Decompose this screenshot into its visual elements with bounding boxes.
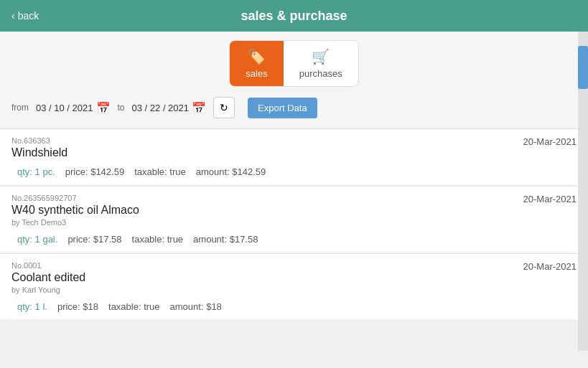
item-amount: amount: $17.58 bbox=[193, 234, 258, 245]
item-price: price: $17.58 bbox=[67, 234, 121, 245]
item-taxable: taxable: true bbox=[132, 234, 184, 245]
item-name: W40 synthetic oil Almaco bbox=[11, 204, 139, 217]
tab-bar: 🏷️ sales 🛒 purchases bbox=[0, 32, 588, 87]
to-calendar-icon[interactable]: 📅 bbox=[192, 101, 206, 115]
item-number: No.0001 bbox=[11, 261, 85, 270]
back-arrow-icon: ‹ bbox=[11, 10, 15, 22]
from-label: from bbox=[11, 103, 29, 113]
item-number: No.636363 bbox=[11, 136, 67, 145]
from-date-wrap: 03 / 10 / 2021 📅 bbox=[36, 101, 111, 115]
item-by: by Tech Demo3 bbox=[11, 218, 139, 227]
scrollbar-thumb[interactable] bbox=[578, 46, 588, 89]
to-date-wrap: 03 / 22 / 2021 📅 bbox=[132, 101, 207, 115]
item-qty: qty: 1 l. bbox=[17, 301, 47, 312]
item-left: No.0001 Coolant edited by Karl Young bbox=[11, 261, 85, 294]
list-item: No.636363 Windshield 20-Mar-2021 qty: 1 … bbox=[0, 128, 588, 184]
item-qty: qty: 1 gal. bbox=[17, 234, 57, 245]
tab-purchases[interactable]: 🛒 purchases bbox=[284, 41, 358, 86]
page-title: sales & purchase bbox=[241, 9, 347, 24]
tab-container: 🏷️ sales 🛒 purchases bbox=[229, 40, 358, 87]
back-button[interactable]: ‹ back bbox=[11, 10, 39, 22]
item-amount: amount: $18 bbox=[170, 301, 222, 312]
to-label: to bbox=[118, 103, 125, 113]
refresh-icon: ↻ bbox=[220, 102, 228, 113]
sales-icon: 🏷️ bbox=[248, 48, 266, 65]
list-item: No.263565992707 W40 synthetic oil Almaco… bbox=[0, 186, 588, 252]
item-left: No.636363 Windshield bbox=[11, 136, 67, 159]
item-by: by Karl Young bbox=[11, 286, 85, 294]
tab-sales-label: sales bbox=[246, 68, 267, 79]
filter-row: from 03 / 10 / 2021 📅 to 03 / 22 / 2021 … bbox=[0, 87, 588, 128]
item-taxable: taxable: true bbox=[134, 166, 186, 177]
item-price: price: $18 bbox=[57, 301, 98, 312]
to-date-value: 03 / 22 / 2021 bbox=[132, 103, 190, 113]
item-amount: amount: $142.59 bbox=[196, 166, 266, 177]
scrollbar[interactable] bbox=[578, 32, 588, 351]
item-date: 20-Mar-2021 bbox=[523, 194, 577, 204]
item-header-row: No.263565992707 W40 synthetic oil Almaco… bbox=[11, 194, 577, 227]
purchases-icon: 🛒 bbox=[312, 48, 330, 65]
tab-purchases-label: purchases bbox=[299, 68, 342, 79]
item-name: Coolant edited bbox=[11, 271, 85, 284]
tab-sales[interactable]: 🏷️ sales bbox=[230, 41, 283, 86]
refresh-button[interactable]: ↻ bbox=[213, 97, 235, 118]
content-area: No.636363 Windshield 20-Mar-2021 qty: 1 … bbox=[0, 128, 588, 319]
item-header-row: No.0001 Coolant edited by Karl Young 20-… bbox=[11, 261, 577, 294]
list-item: No.0001 Coolant edited by Karl Young 20-… bbox=[0, 253, 588, 319]
header: ‹ back sales & purchase bbox=[0, 0, 588, 32]
item-date: 20-Mar-2021 bbox=[523, 261, 577, 272]
item-taxable: taxable: true bbox=[108, 301, 160, 312]
from-calendar-icon[interactable]: 📅 bbox=[96, 101, 111, 115]
item-header-row: No.636363 Windshield 20-Mar-2021 bbox=[11, 136, 577, 159]
item-price: price: $142.59 bbox=[65, 166, 124, 177]
item-details: qty: 1 l. price: $18 taxable: true amoun… bbox=[11, 301, 577, 312]
item-date: 20-Mar-2021 bbox=[523, 136, 577, 147]
item-left: No.263565992707 W40 synthetic oil Almaco… bbox=[11, 194, 139, 227]
from-date-value: 03 / 10 / 2021 bbox=[36, 103, 93, 113]
item-qty: qty: 1 pc. bbox=[17, 166, 55, 177]
item-details: qty: 1 pc. price: $142.59 taxable: true … bbox=[11, 166, 577, 177]
back-label: back bbox=[18, 10, 39, 22]
item-details: qty: 1 gal. price: $17.58 taxable: true … bbox=[11, 234, 577, 245]
item-name: Windshield bbox=[11, 146, 67, 159]
export-button[interactable]: Export Data bbox=[248, 98, 317, 118]
item-number: No.263565992707 bbox=[11, 194, 139, 202]
page-wrapper: ‹ back sales & purchase 🏷️ sales 🛒 purch… bbox=[0, 0, 588, 319]
